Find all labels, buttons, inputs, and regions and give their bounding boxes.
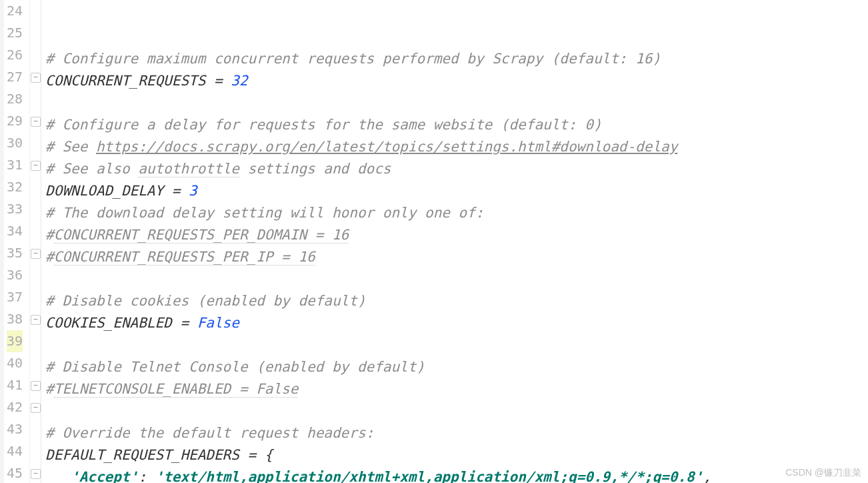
code-token: # <box>45 381 54 397</box>
code-token: : <box>138 469 155 483</box>
code-line[interactable]: # See https://docs.scrapy.org/en/latest/… <box>45 136 868 158</box>
line-number: 29 <box>7 110 23 132</box>
code-line[interactable]: # Disable Telnet Console (enabled by def… <box>45 356 868 378</box>
code-line[interactable]: 'Accept': 'text/html,application/xhtml+x… <box>45 466 868 483</box>
fold-toggle-icon[interactable] <box>31 315 41 325</box>
line-number: 26 <box>7 44 23 66</box>
line-number: 45 <box>7 462 23 483</box>
code-token: CONCURRENT_REQUESTS_PER_DOMAIN = 16 <box>54 227 349 244</box>
code-token: 'Accept' <box>71 469 138 483</box>
line-number: 24 <box>7 0 23 22</box>
code-token: DEFAULT_REQUEST_HEADERS <box>45 447 247 463</box>
line-number: 42 <box>7 396 23 418</box>
fold-toggle-icon[interactable] <box>31 73 41 83</box>
code-token: https://docs.scrapy.org/en/latest/topics… <box>96 139 677 155</box>
code-token: 32 <box>231 73 247 89</box>
watermark-text: CSDN @镰刀韭菜 <box>785 467 861 479</box>
fold-column[interactable] <box>30 0 41 483</box>
line-number: 34 <box>7 220 23 242</box>
code-token: # Disable cookies (enabled by default) <box>45 293 365 309</box>
code-token: # <box>45 249 54 265</box>
code-token: = { <box>248 447 273 463</box>
code-token: 3 <box>189 183 197 199</box>
fold-toggle-icon[interactable] <box>31 381 41 391</box>
code-token: autothrottle <box>138 161 239 177</box>
line-number: 32 <box>7 176 23 198</box>
line-number: 41 <box>7 374 23 396</box>
code-line[interactable]: CONCURRENT_REQUESTS = 32 <box>45 70 868 92</box>
fold-toggle-icon[interactable] <box>31 403 41 413</box>
code-line[interactable]: # The download delay setting will honor … <box>45 202 868 224</box>
code-line[interactable]: #CONCURRENT_REQUESTS_PER_IP = 16 <box>45 246 868 268</box>
code-token: # Configure maximum concurrent requests … <box>45 51 661 67</box>
line-number: 31 <box>7 154 23 176</box>
code-token: DOWNLOAD_DELAY <box>45 183 172 199</box>
code-line[interactable]: #TELNETCONSOLE_ENABLED = False <box>45 378 868 400</box>
code-token: # Configure a delay for requests for the… <box>45 117 601 133</box>
code-line[interactable] <box>45 334 868 356</box>
line-number: 28 <box>7 88 23 110</box>
code-line[interactable]: COOKIES_ENABLED = False <box>45 312 868 334</box>
code-area[interactable]: CSDN @镰刀韭菜 # Configure maximum concurren… <box>41 0 868 483</box>
fold-toggle-icon[interactable] <box>31 469 41 479</box>
code-line[interactable]: # Disable cookies (enabled by default) <box>45 290 868 312</box>
line-number: 37 <box>7 286 23 308</box>
code-token: # Disable Telnet Console (enabled by def… <box>45 359 425 375</box>
code-line[interactable] <box>45 400 868 422</box>
code-line[interactable]: #CONCURRENT_REQUESTS_PER_DOMAIN = 16 <box>45 224 868 246</box>
line-number: 44 <box>7 440 23 462</box>
code-line[interactable]: # See also autothrottle settings and doc… <box>45 158 868 180</box>
code-token: False <box>197 315 239 331</box>
fold-toggle-icon[interactable] <box>31 161 41 171</box>
line-number: 27 <box>7 66 23 88</box>
code-line[interactable] <box>45 92 868 114</box>
code-token: COOKIES_ENABLED <box>45 315 180 331</box>
code-token: # See also <box>45 161 138 177</box>
code-line[interactable]: # Override the default request headers: <box>45 422 868 444</box>
line-number: 33 <box>7 198 23 220</box>
code-token: = <box>172 183 189 199</box>
code-token: CONCURRENT_REQUESTS <box>45 73 214 89</box>
code-token: settings and docs <box>239 161 391 177</box>
fold-toggle-icon[interactable] <box>31 117 41 127</box>
line-number: 43 <box>7 418 23 440</box>
code-token: = <box>180 315 197 331</box>
code-token: # The download delay setting will honor … <box>45 205 483 221</box>
code-line[interactable]: # Configure a delay for requests for the… <box>45 114 868 136</box>
line-number: 30 <box>7 132 23 154</box>
code-line[interactable] <box>45 268 868 290</box>
code-line[interactable]: # Configure maximum concurrent requests … <box>45 48 868 70</box>
code-token: , <box>703 469 711 483</box>
code-token: # <box>45 227 54 243</box>
line-number: 39 <box>7 330 23 352</box>
code-token: # Override the default request headers: <box>45 425 374 441</box>
line-number: 38 <box>7 308 23 330</box>
code-token: TELNETCONSOLE_ENABLED = False <box>54 381 299 398</box>
line-number: 25 <box>7 22 23 44</box>
code-token: 'text/html,application/xhtml+xml,applica… <box>155 469 703 483</box>
code-token: # See <box>45 139 96 155</box>
code-editor[interactable]: 2425262728293031323334353637383940414243… <box>0 0 868 483</box>
code-line[interactable]: DEFAULT_REQUEST_HEADERS = { <box>45 444 868 466</box>
code-token <box>45 469 71 483</box>
line-number: 36 <box>7 264 23 286</box>
line-number: 35 <box>7 242 23 264</box>
line-number-gutter: 2425262728293031323334353637383940414243… <box>4 0 30 483</box>
code-token: = <box>214 73 231 89</box>
fold-toggle-icon[interactable] <box>31 249 41 259</box>
line-number: 40 <box>7 352 23 374</box>
code-token: CONCURRENT_REQUESTS_PER_IP = 16 <box>54 249 315 266</box>
code-line[interactable]: DOWNLOAD_DELAY = 3 <box>45 180 868 202</box>
